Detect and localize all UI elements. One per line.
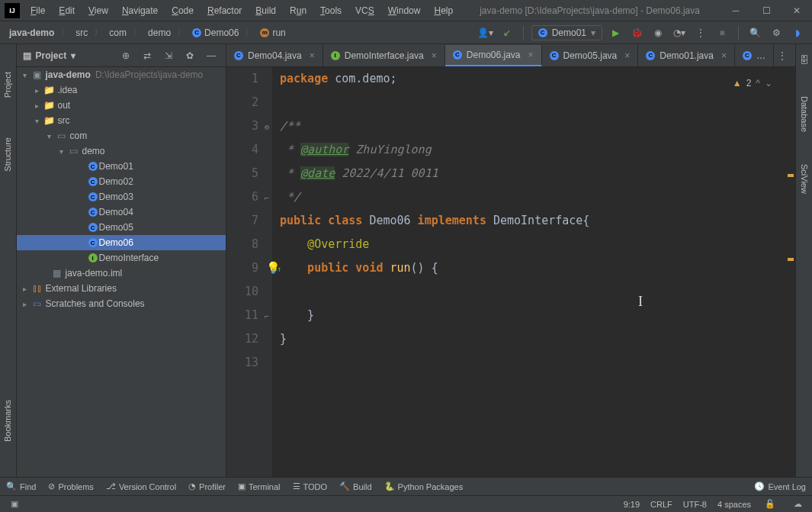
crumb-demo[interactable]: demo [145, 26, 174, 40]
expand-icon[interactable]: ⇄ [139, 47, 156, 64]
tool-profiler[interactable]: ◔ Profiler [188, 481, 226, 491]
menu-refactor[interactable]: Refactor [201, 2, 248, 19]
close-icon[interactable]: × [721, 50, 727, 61]
tree-class-demo01[interactable]: CDemo01 [17, 159, 226, 174]
editor-body[interactable]: 1 2 3⊖ 4 5 6⌐ 7 8 9 ●↑ 10 11⌐ 12 13 pack… [226, 67, 795, 477]
debug-button[interactable]: 🐞 [628, 24, 645, 41]
side-structure[interactable]: Structure [2, 133, 14, 176]
database-icon[interactable]: 🗄 [796, 52, 813, 69]
close-icon[interactable]: × [624, 50, 630, 61]
maximize-button[interactable]: ☐ [751, 0, 782, 21]
menu-file[interactable]: File [24, 2, 51, 19]
titlebar: IJ File Edit View Navigate Code Refactor… [0, 0, 812, 21]
menu-help[interactable]: Help [428, 2, 459, 19]
tree-demo[interactable]: ▾▭demo [17, 143, 226, 159]
app-icon: IJ [5, 3, 20, 18]
tree-class-demo03[interactable]: CDemo03 [17, 189, 226, 204]
side-project[interactable]: Project [2, 67, 14, 102]
tool-vcs[interactable]: ⎇ Version Control [106, 481, 176, 491]
stop-button[interactable]: ■ [714, 24, 730, 41]
tool-terminal[interactable]: ▣ Terminal [238, 481, 281, 491]
run-button[interactable]: ▶ [607, 24, 624, 41]
close-icon[interactable]: × [528, 50, 534, 60]
menu-view[interactable]: View [82, 2, 114, 19]
tab-demo04[interactable]: CDemo04.java× [226, 45, 323, 66]
tree-class-demo02[interactable]: CDemo02 [17, 174, 226, 189]
panel-title[interactable]: ▤ Project ▾ [23, 50, 113, 61]
profile-button[interactable]: ◔▾ [671, 24, 688, 41]
encoding[interactable]: UTF-8 [683, 500, 707, 509]
crumb-class[interactable]: CDemo06 [189, 26, 242, 40]
tab-overflow[interactable]: C… [735, 45, 774, 66]
panel-hide-icon[interactable]: — [203, 47, 220, 64]
tree-scratches[interactable]: ▸▭Scratches and Consoles [17, 296, 226, 311]
class-icon: C [88, 238, 98, 247]
tool-eventlog[interactable]: 🕓 Event Log [754, 481, 806, 491]
crumb-project[interactable]: java-demo [6, 26, 57, 40]
select-target-icon[interactable]: ⊕ [117, 47, 134, 64]
menu-tools[interactable]: Tools [314, 2, 348, 19]
close-icon[interactable]: × [310, 50, 315, 61]
tool-build[interactable]: 🔨 Build [339, 481, 371, 491]
tree-out[interactable]: ▸📁out [17, 98, 226, 113]
tab-demo06[interactable]: CDemo06.java× [445, 45, 542, 66]
minimize-button[interactable]: ─ [721, 0, 751, 21]
class-icon: C [88, 162, 98, 171]
editor-inspection[interactable]: ▲ 2 ^ ⌄ [733, 72, 772, 95]
crumb-com[interactable]: com [106, 26, 130, 40]
menu-edit[interactable]: Edit [53, 2, 81, 19]
tabs-more-icon[interactable]: ⋮ [774, 47, 791, 64]
side-bookmarks[interactable]: Bookmarks [2, 395, 14, 446]
collapse-icon[interactable]: ⇲ [160, 47, 177, 64]
menu-run[interactable]: Run [284, 2, 313, 19]
run-config-selector[interactable]: C Demo01▾ [531, 25, 602, 40]
code-content[interactable]: package com.demo; /** * @author ZhuYingl… [272, 67, 795, 477]
tree-com[interactable]: ▾▭com [17, 128, 226, 143]
menu-window[interactable]: Window [382, 2, 427, 19]
tool-python[interactable]: 🐍 Python Packages [384, 481, 464, 491]
tree-external[interactable]: ▸⫿⫿External Libraries [17, 281, 226, 296]
tree-class-demo04[interactable]: CDemo04 [17, 204, 226, 220]
close-button[interactable]: ✕ [782, 0, 812, 21]
marker-strip[interactable] [786, 67, 795, 477]
search-icon[interactable]: 🔍 [746, 24, 763, 41]
tree-src[interactable]: ▾📁src [17, 113, 226, 128]
readonly-lock-icon[interactable]: 🔓 [762, 496, 778, 513]
bottom-toolbar: 🔍 Find ⊘ Problems ⎇ Version Control ◔ Pr… [0, 477, 812, 495]
tool-find[interactable]: 🔍 Find [6, 481, 36, 491]
panel-settings-icon[interactable]: ✿ [181, 47, 198, 64]
tool-todo[interactable]: ☰ TODO [293, 481, 328, 491]
notifications-icon[interactable]: ☁ [789, 496, 806, 513]
coverage-button[interactable]: ◉ [650, 24, 666, 41]
editor-tabs: CDemo04.java× IDemoInterface.java× CDemo… [226, 44, 795, 67]
indent[interactable]: 4 spaces [717, 500, 751, 509]
right-tool-strip: 🗄 Database SciView [795, 44, 812, 477]
menu-code[interactable]: Code [165, 2, 200, 19]
tree-iml[interactable]: ▦java-demo.iml [17, 266, 226, 281]
settings-icon[interactable]: ⚙ [768, 24, 785, 41]
tree-class-demo05[interactable]: CDemo05 [17, 220, 226, 235]
attach-button[interactable]: ⋮ [692, 24, 709, 41]
side-sciview[interactable]: SciView [798, 159, 810, 198]
tree-idea[interactable]: ▸📁.idea [17, 82, 226, 98]
menu-vcs[interactable]: VCS [349, 2, 380, 19]
side-database[interactable]: Database [798, 92, 810, 137]
close-icon[interactable]: × [432, 50, 437, 61]
line-separator[interactable]: CRLF [650, 500, 672, 509]
plugin-icon[interactable]: ◗ [789, 24, 806, 41]
tree-root[interactable]: ▾▣java-demoD:\IdeaProjects\java-demo [17, 67, 226, 82]
caret-position[interactable]: 9:19 [624, 500, 640, 509]
tree-iface[interactable]: IDemoInterface [17, 250, 226, 266]
tab-demo05[interactable]: CDemo05.java× [542, 45, 639, 66]
vcs-update-icon[interactable]: ↙ [499, 24, 515, 41]
menu-build[interactable]: Build [249, 2, 282, 19]
menu-navigate[interactable]: Navigate [116, 2, 164, 19]
tab-demo01[interactable]: CDemo01.java× [638, 45, 735, 66]
tab-demointerface[interactable]: IDemoInterface.java× [323, 45, 445, 66]
tool-windows-icon[interactable]: ▣ [6, 496, 23, 513]
tree-class-demo06[interactable]: CDemo06 [17, 235, 226, 250]
tool-problems[interactable]: ⊘ Problems [48, 481, 93, 491]
crumb-src[interactable]: src [72, 26, 91, 40]
user-icon[interactable]: 👤▾ [477, 24, 494, 41]
crumb-method[interactable]: mrun [257, 26, 288, 40]
